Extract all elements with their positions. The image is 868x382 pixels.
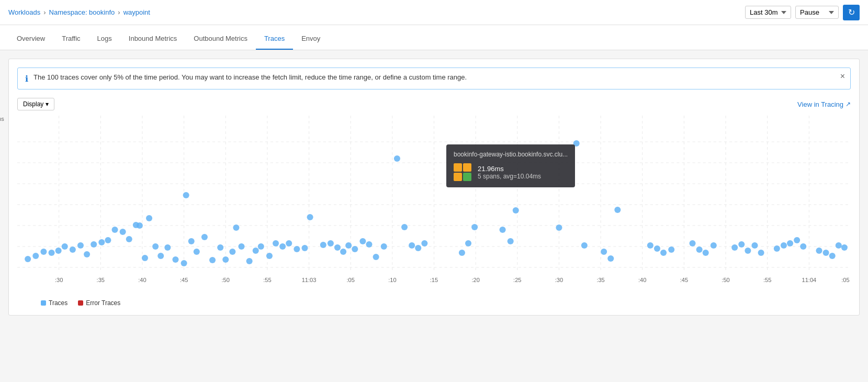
tab-traffic[interactable]: Traffic <box>53 27 88 50</box>
tab-overview[interactable]: Overview <box>8 27 53 50</box>
svg-point-129 <box>689 240 695 246</box>
svg-point-134 <box>738 241 745 248</box>
svg-text::45: :45 <box>680 277 688 283</box>
top-bar: Workloads › Namespace: bookinfo › waypoi… <box>0 0 868 25</box>
svg-text::25: :25 <box>513 277 521 283</box>
content-panel: ℹ The 100 traces cover only 5% of the ti… <box>8 59 860 316</box>
svg-text::55: :55 <box>763 277 771 283</box>
svg-point-105 <box>373 254 379 260</box>
svg-point-83 <box>222 256 229 263</box>
svg-point-146 <box>836 242 842 249</box>
svg-point-78 <box>188 238 195 244</box>
svg-point-111 <box>421 240 427 246</box>
legend-error-traces: Error Traces <box>78 299 120 307</box>
svg-point-126 <box>654 245 660 252</box>
svg-point-122 <box>601 249 607 255</box>
svg-point-127 <box>660 250 667 256</box>
time-range-select[interactable]: Last 1m Last 5m Last 10m Last 30m Last 1… <box>745 6 791 19</box>
svg-point-128 <box>668 246 674 253</box>
svg-point-125 <box>647 242 653 249</box>
tab-traces[interactable]: Traces <box>256 27 293 50</box>
breadcrumb-namespace[interactable]: Namespace: bookinfo <box>49 8 115 16</box>
svg-point-144 <box>823 250 829 256</box>
svg-point-63 <box>98 239 105 245</box>
svg-point-62 <box>91 241 97 248</box>
svg-point-89 <box>258 243 264 250</box>
tab-envoy[interactable]: Envoy <box>293 27 329 50</box>
svg-point-99 <box>334 244 341 251</box>
refresh-button[interactable]: ↻ <box>843 5 860 20</box>
svg-point-101 <box>345 242 352 249</box>
view-tracing-link[interactable]: View in Tracing ↗ <box>797 100 851 108</box>
svg-point-84 <box>229 249 235 255</box>
svg-text::50: :50 <box>222 277 230 283</box>
svg-point-103 <box>359 238 366 244</box>
legend-error-traces-label: Error Traces <box>86 299 120 307</box>
tab-inbound-metrics[interactable]: Inbound Metrics <box>120 27 186 50</box>
svg-point-143 <box>816 248 822 254</box>
svg-point-77 <box>183 192 189 198</box>
svg-text::45: :45 <box>180 277 188 283</box>
tab-outbound-metrics[interactable]: Outbound Metrics <box>185 27 256 50</box>
svg-point-104 <box>366 241 372 248</box>
svg-point-108 <box>401 224 408 230</box>
svg-text:11:04: 11:04 <box>802 277 816 283</box>
tab-logs[interactable]: Logs <box>89 27 120 50</box>
svg-point-123 <box>607 255 614 262</box>
svg-point-130 <box>696 246 703 253</box>
svg-point-141 <box>794 237 800 243</box>
legend-traces-label: Traces <box>49 299 67 307</box>
svg-point-85 <box>233 224 239 231</box>
pause-select[interactable]: Pause Resume <box>795 6 839 19</box>
svg-point-79 <box>194 249 200 255</box>
main-content: ℹ The 100 traces cover only 5% of the ti… <box>0 50 868 324</box>
breadcrumb-workloads[interactable]: Workloads <box>8 8 40 16</box>
info-icon: ℹ <box>25 74 28 84</box>
svg-point-95 <box>301 245 308 251</box>
chart-wrapper: ms 10 15 <box>17 116 851 295</box>
legend-traces: Traces <box>41 299 67 307</box>
svg-point-113 <box>465 240 471 246</box>
svg-point-94 <box>294 246 300 252</box>
svg-point-115 <box>500 227 506 233</box>
svg-point-82 <box>217 244 223 251</box>
svg-point-120 <box>573 140 580 147</box>
svg-text::40: :40 <box>138 277 146 283</box>
svg-point-56 <box>48 250 54 256</box>
svg-point-73 <box>157 253 164 259</box>
svg-text::15: :15 <box>430 277 438 283</box>
svg-point-137 <box>758 250 764 256</box>
scatter-chart: 10 15 20 25 30 35 40 <box>17 116 851 294</box>
svg-point-136 <box>751 242 758 249</box>
svg-point-74 <box>164 244 171 251</box>
svg-point-98 <box>328 240 334 246</box>
display-button[interactable]: Display ▾ <box>17 98 54 110</box>
external-link-icon: ↗ <box>846 100 851 108</box>
y-axis-label: ms <box>0 116 4 122</box>
chart-legend: Traces Error Traces <box>17 299 851 307</box>
svg-point-65 <box>111 227 118 233</box>
svg-point-61 <box>84 251 90 257</box>
svg-point-75 <box>172 256 178 263</box>
svg-point-106 <box>381 243 387 250</box>
svg-point-121 <box>581 242 588 249</box>
svg-point-72 <box>152 243 159 250</box>
alert-close-button[interactable]: × <box>840 72 845 81</box>
svg-point-147 <box>841 244 848 251</box>
svg-point-114 <box>471 224 478 230</box>
svg-point-70 <box>142 255 148 261</box>
svg-point-131 <box>703 250 709 256</box>
svg-text::35: :35 <box>596 277 604 283</box>
svg-point-133 <box>731 244 738 251</box>
svg-text::50: :50 <box>722 277 729 283</box>
svg-point-96 <box>307 214 313 220</box>
svg-text::05: :05 <box>346 277 354 283</box>
svg-point-117 <box>513 207 519 214</box>
breadcrumb-current: waypoint <box>123 8 150 16</box>
svg-point-69 <box>137 222 143 229</box>
legend-error-traces-color <box>78 300 83 306</box>
top-controls: Last 1m Last 5m Last 10m Last 30m Last 1… <box>745 5 860 20</box>
display-label: Display <box>23 100 43 108</box>
svg-point-66 <box>120 229 126 235</box>
svg-point-59 <box>70 246 76 253</box>
